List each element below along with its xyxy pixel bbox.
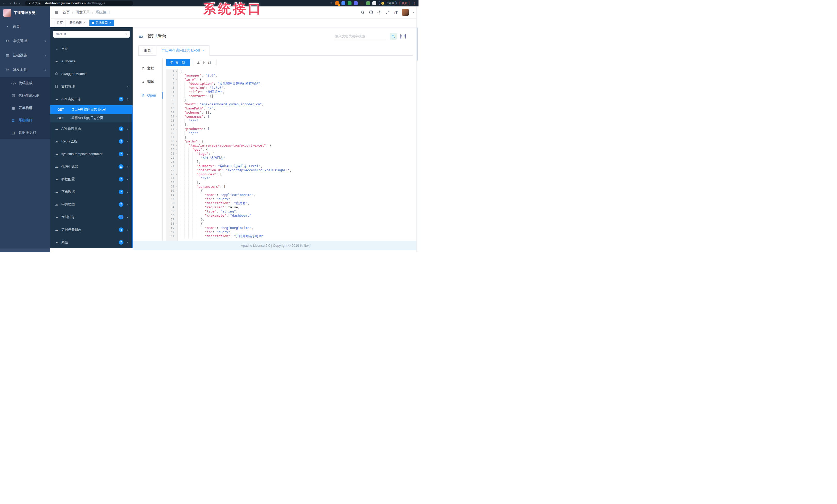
api-group-select[interactable]: default ∨ xyxy=(53,31,130,38)
fold-caret-icon[interactable]: ▾ xyxy=(174,127,177,131)
swagger-item-sys-sms-template-controller[interactable]: ☁sys-sms-template-controller7∨ xyxy=(50,148,133,160)
swagger-item-定时任务[interactable]: ☁定时任务10∨ xyxy=(50,211,133,223)
user-menu-caret-icon[interactable]: ▾ xyxy=(413,11,414,14)
reload-icon[interactable]: ↻ xyxy=(14,2,17,5)
fold-caret-icon[interactable]: ▾ xyxy=(174,189,177,193)
paused-extension-pill[interactable]: 已暂停 xyxy=(379,1,397,5)
sidebar-item-首页[interactable]: ◔首页 xyxy=(0,19,50,34)
fold-caret-icon[interactable]: ▾ xyxy=(174,152,177,156)
doc-search-input[interactable] xyxy=(335,33,386,39)
extension-green-circle-icon[interactable] xyxy=(348,1,352,5)
fold-caret-icon[interactable]: ▾ xyxy=(174,70,177,74)
gutter-line: 11 xyxy=(166,111,177,115)
search-icon[interactable] xyxy=(361,11,364,14)
chevron-down-icon: ∨ xyxy=(126,85,129,88)
forward-icon[interactable]: → xyxy=(8,2,12,5)
swagger-item-定时任务日志[interactable]: ☁定时任务日志4∨ xyxy=(50,223,133,236)
swagger-item-字典类型[interactable]: ☁字典类型7∨ xyxy=(50,198,133,211)
swagger-item-API 错误日志[interactable]: ☁API 错误日志3∨ xyxy=(50,122,133,135)
breadcrumb-item[interactable]: 首页 xyxy=(63,10,70,15)
swagger-item-label: 主页 xyxy=(61,46,129,51)
doc-tab-Open[interactable]: Open xyxy=(141,89,162,102)
swagger-item-参数配置[interactable]: ☁参数配置7∨ xyxy=(50,173,133,185)
back-icon[interactable]: ← xyxy=(3,2,6,5)
update-button[interactable]: 更新 xyxy=(399,1,410,5)
fullscreen-icon[interactable] xyxy=(386,11,390,14)
fold-caret-icon[interactable]: ▾ xyxy=(174,148,177,152)
close-icon[interactable]: ✕ xyxy=(83,21,85,24)
browser-menu-icon[interactable]: ⋮ xyxy=(413,1,416,5)
bookmark-star-icon[interactable]: ☆ xyxy=(330,1,333,5)
close-icon[interactable]: ✕ xyxy=(109,21,111,24)
doc-search-button[interactable] xyxy=(390,33,397,40)
sidebar-item-系统管理[interactable]: ⚙系统管理∨ xyxy=(0,34,50,48)
sidebar-subitem-表单构建[interactable]: ▦表单构建 xyxy=(0,102,50,114)
sidebar-item-基础设施[interactable]: ▥基础设施∨ xyxy=(0,48,50,62)
tag-系统接口[interactable]: 系统接口✕ xyxy=(89,20,114,26)
user-avatar[interactable] xyxy=(402,9,409,16)
extension-dark-green-icon[interactable] xyxy=(360,1,364,5)
fold-caret-icon[interactable]: ▾ xyxy=(174,78,177,82)
fold-caret-icon[interactable]: ▾ xyxy=(174,139,177,144)
api-endpoint-获得API 访问日志分页[interactable]: GET获得API 访问日志分页 xyxy=(50,114,133,122)
swagger-item-Swagger Models[interactable]: Swagger Models xyxy=(50,68,133,80)
fold-caret-icon[interactable]: ▾ xyxy=(174,115,177,119)
http-method-label: GET xyxy=(57,116,65,120)
extension-blue-drop-icon[interactable] xyxy=(341,1,345,5)
fold-caret-icon[interactable]: ▾ xyxy=(174,144,177,148)
page-scrollbar[interactable] xyxy=(416,6,418,252)
json-token: "description" xyxy=(205,234,230,238)
sidebar-subitem-数据库文档[interactable]: ▤数据库文档 xyxy=(0,127,50,139)
gutter-line: 33 xyxy=(166,201,177,205)
fold-caret-icon[interactable]: ▾ xyxy=(174,222,177,226)
doc-tab-调试[interactable]: 调试 xyxy=(141,75,162,89)
json-token: "title" xyxy=(189,90,202,94)
sidebar-collapse-bar[interactable] xyxy=(0,248,50,252)
swagger-item-代码生成器[interactable]: ☁代码生成器11∨ xyxy=(50,160,133,173)
tag-首页[interactable]: 首页 xyxy=(54,20,66,26)
page-scrollbar-thumb[interactable] xyxy=(417,27,418,60)
extension-leaf-icon[interactable] xyxy=(366,1,370,5)
gutter-line: 34 xyxy=(166,205,177,209)
swagger-item-Authorize[interactable]: Authorize xyxy=(50,55,133,68)
swagger-item-文档管理[interactable]: 文档管理∨ xyxy=(50,80,133,93)
sidebar-subitem-系统接口[interactable]: ≣系统接口 xyxy=(0,114,50,127)
sidebar-subitem-代码生成示例[interactable]: ☑代码生成示例 xyxy=(0,89,50,102)
swagger-item-主页[interactable]: ⌂主页 xyxy=(50,42,133,55)
indent-guide xyxy=(184,230,189,234)
address-bar[interactable]: ▲ 不安全 | dashboard.yudao.iocoder.cn /tool… xyxy=(25,1,133,6)
api-endpoint-导出API 访问日志 Excel[interactable]: GET导出API 访问日志 Excel xyxy=(50,105,133,114)
fold-caret-icon[interactable]: ▾ xyxy=(174,172,177,177)
swagger-item-岗位[interactable]: ☁岗位7∨ xyxy=(50,236,133,248)
content-area: 管理后台 中 主页导出API 访问日志 Excel✕ 文档调试Open xyxy=(133,27,418,252)
help-icon[interactable]: ? xyxy=(377,11,381,14)
copy-button[interactable]: 复 制 xyxy=(166,59,190,66)
font-size-icon[interactable]: TT xyxy=(394,10,398,15)
indent-guide xyxy=(189,205,193,209)
extension-orange-icon[interactable]: 1 xyxy=(335,1,339,5)
sidebar-subitem-代码生成[interactable]: </>代码生成 xyxy=(0,77,50,89)
count-badge: 3 xyxy=(119,127,123,131)
json-token: , xyxy=(230,197,232,201)
github-icon[interactable] xyxy=(369,10,373,14)
doc-tab-文档[interactable]: 文档 xyxy=(141,62,162,75)
language-toggle-icon[interactable]: 中 xyxy=(400,34,406,39)
extension-ghost-icon[interactable] xyxy=(372,1,376,5)
menu-fold-icon[interactable] xyxy=(138,34,143,38)
sidebar-item-研发工具[interactable]: ⚒研发工具∧ xyxy=(0,62,50,77)
indent-guide xyxy=(189,201,193,205)
json-editor[interactable]: 1▾23▾456789101112▾131415▾161718▾19▾20▾21… xyxy=(166,69,418,241)
swagger-item-字典数据[interactable]: ☁字典数据7∨ xyxy=(50,185,133,198)
tag-表单构建[interactable]: 表单构建✕ xyxy=(67,20,88,26)
download-button[interactable]: 下 载 xyxy=(193,59,217,66)
fold-caret-icon[interactable]: ▾ xyxy=(174,185,177,189)
breadcrumb-item[interactable]: 研发工具 xyxy=(75,10,90,15)
home-icon[interactable]: ⌂ xyxy=(19,2,21,5)
hamburger-icon[interactable] xyxy=(54,10,58,14)
content-tab-导出API 访问日志 Excel[interactable]: 导出API 访问日志 Excel✕ xyxy=(156,45,210,55)
close-icon[interactable]: ✕ xyxy=(202,49,204,52)
swagger-item-Redis 监控[interactable]: ☁Redis 监控2∨ xyxy=(50,135,133,148)
extension-color-grid-icon[interactable] xyxy=(354,1,358,5)
swagger-item-API 访问日志[interactable]: ☁API 访问日志2∧ xyxy=(50,93,133,105)
content-tab-主页[interactable]: 主页 xyxy=(138,45,156,55)
